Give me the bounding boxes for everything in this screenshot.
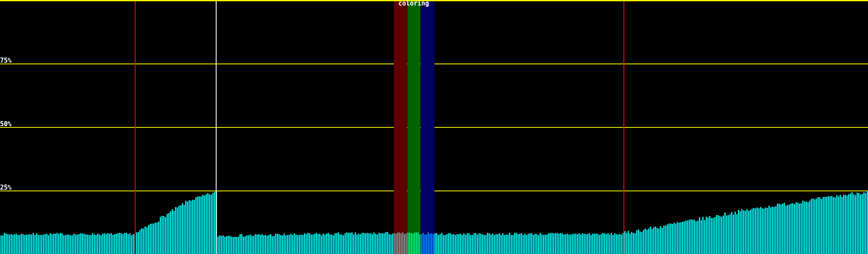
bar bbox=[204, 196, 205, 254]
bar bbox=[351, 232, 353, 254]
bar bbox=[489, 233, 490, 254]
bar bbox=[278, 234, 280, 254]
bar bbox=[651, 229, 653, 254]
bar bbox=[853, 194, 854, 254]
bar bbox=[826, 197, 827, 254]
bar bbox=[117, 233, 119, 254]
bar bbox=[389, 234, 390, 254]
bar bbox=[784, 203, 785, 254]
bar bbox=[833, 197, 834, 254]
bar bbox=[287, 235, 288, 254]
bar bbox=[153, 224, 154, 254]
bar bbox=[587, 234, 588, 254]
bar bbox=[394, 233, 395, 254]
bar bbox=[829, 196, 831, 254]
bar bbox=[26, 235, 27, 254]
bar bbox=[573, 234, 575, 254]
bar bbox=[618, 235, 619, 254]
bar bbox=[323, 234, 324, 254]
bar bbox=[214, 192, 215, 254]
bar bbox=[156, 223, 158, 254]
bar bbox=[365, 233, 366, 254]
bar bbox=[768, 206, 770, 254]
bar bbox=[180, 205, 181, 254]
bar bbox=[765, 207, 766, 254]
bar bbox=[223, 235, 224, 254]
bar bbox=[58, 234, 59, 254]
bar bbox=[268, 235, 270, 254]
bar bbox=[14, 234, 15, 254]
bar bbox=[234, 237, 236, 254]
bar bbox=[236, 237, 237, 254]
bar bbox=[326, 234, 327, 254]
bar bbox=[628, 231, 629, 254]
bar bbox=[711, 218, 712, 254]
bar bbox=[136, 232, 137, 254]
bar bbox=[267, 236, 268, 254]
bar bbox=[779, 204, 780, 254]
bar bbox=[785, 206, 787, 254]
bar bbox=[419, 235, 420, 254]
bar bbox=[251, 236, 253, 254]
bar bbox=[85, 235, 86, 254]
bar bbox=[679, 223, 680, 254]
bar bbox=[116, 234, 117, 254]
bar bbox=[721, 217, 722, 254]
bar bbox=[763, 209, 765, 254]
bar bbox=[699, 217, 700, 254]
bar bbox=[282, 235, 283, 254]
bar bbox=[411, 233, 412, 254]
bar bbox=[284, 234, 285, 254]
bar bbox=[158, 221, 159, 254]
bar bbox=[200, 196, 202, 254]
bar bbox=[202, 195, 203, 254]
bar bbox=[563, 235, 565, 254]
bar bbox=[640, 232, 641, 254]
bar bbox=[68, 235, 70, 254]
bar bbox=[619, 234, 620, 254]
bar bbox=[494, 235, 495, 254]
bar bbox=[243, 237, 244, 254]
bar bbox=[346, 232, 348, 254]
bar bbox=[655, 226, 656, 254]
bar bbox=[590, 235, 592, 254]
bar bbox=[485, 235, 487, 254]
bar bbox=[577, 234, 578, 254]
bar bbox=[409, 233, 410, 254]
bar bbox=[762, 208, 763, 254]
bar bbox=[504, 235, 505, 254]
bar bbox=[421, 234, 422, 254]
bar bbox=[707, 218, 709, 254]
bar bbox=[553, 233, 554, 254]
bar bbox=[178, 206, 180, 254]
bar bbox=[533, 235, 534, 254]
bar bbox=[641, 232, 643, 254]
bar bbox=[46, 234, 47, 254]
bar bbox=[835, 197, 836, 254]
bar bbox=[375, 234, 376, 254]
bar bbox=[9, 235, 10, 254]
bar bbox=[626, 233, 627, 254]
bar bbox=[312, 235, 314, 254]
bar bbox=[211, 195, 212, 254]
bar bbox=[226, 236, 227, 254]
bar bbox=[423, 233, 424, 254]
bar bbox=[697, 221, 698, 254]
bar bbox=[531, 233, 532, 254]
bar bbox=[273, 236, 275, 254]
bar bbox=[741, 209, 743, 254]
bar bbox=[780, 204, 782, 254]
bar bbox=[145, 226, 146, 254]
bar bbox=[799, 204, 800, 254]
bar bbox=[161, 216, 163, 254]
bar bbox=[614, 233, 615, 254]
bar bbox=[550, 233, 551, 254]
y-tick-label-50: 50% bbox=[0, 121, 11, 127]
bar bbox=[106, 234, 107, 254]
bar bbox=[668, 224, 670, 254]
bar bbox=[670, 224, 671, 254]
bar bbox=[19, 235, 20, 254]
bar bbox=[168, 213, 170, 254]
bar bbox=[338, 232, 339, 254]
bar bbox=[462, 235, 463, 254]
